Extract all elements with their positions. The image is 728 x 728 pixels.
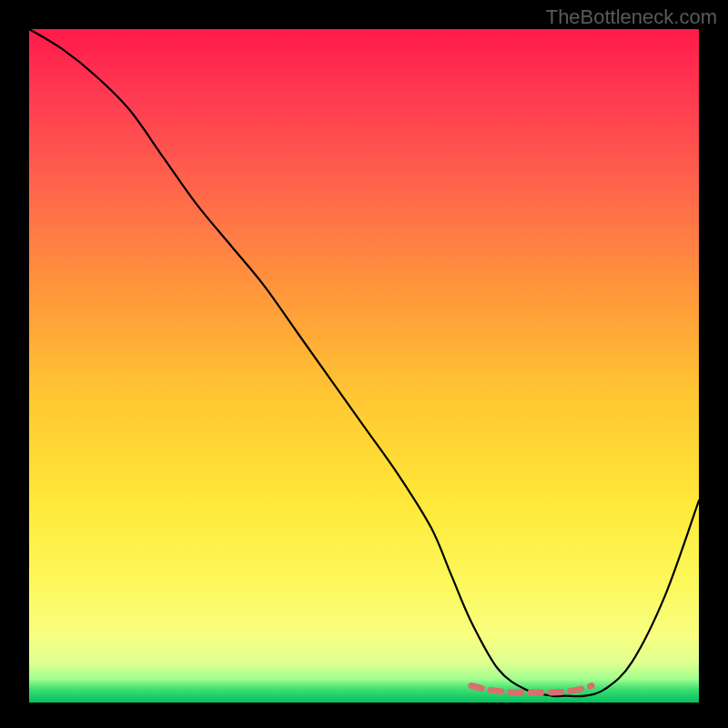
- plot-area: [29, 29, 699, 703]
- watermark-text: TheBottleneck.com: [546, 5, 717, 29]
- safe-zone-dashed: [471, 686, 592, 693]
- bottleneck-curve-line: [29, 29, 699, 696]
- chart-svg: [29, 29, 699, 703]
